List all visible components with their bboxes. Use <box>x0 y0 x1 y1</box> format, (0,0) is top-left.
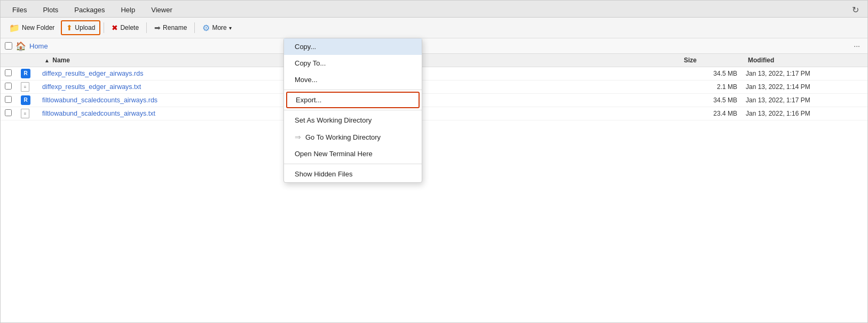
toolbar: 📁 New Folder ⬆ Upload ✖ Delete ➡ Rename … <box>1 18 867 38</box>
txt-file-icon: ≡ <box>21 82 29 92</box>
dropdown-open-terminal-label: Open New Terminal Here <box>295 150 373 158</box>
toolbar-separator-1 <box>104 22 104 33</box>
row-1-checkbox[interactable] <box>5 83 12 90</box>
dropdown-item-open-terminal[interactable]: Open New Terminal Here <box>284 146 422 162</box>
dropdown-show-hidden-label: Show Hidden Files <box>295 170 352 178</box>
dropdown-item-export[interactable]: Export... <box>286 92 420 108</box>
dropdown-item-copy-to[interactable]: Copy To... <box>284 55 422 71</box>
gear-icon: ⚙ <box>202 23 210 33</box>
r-file-icon: R <box>21 69 30 78</box>
delete-label: Delete <box>120 24 139 31</box>
breadcrumb-home[interactable]: Home <box>29 42 48 50</box>
row-modified-0: Jan 13, 2022, 1:17 PM <box>746 70 863 77</box>
dropdown-set-working-dir-label: Set As Working Directory <box>295 116 372 124</box>
nav-tabs: Files Plots Packages Help Viewer ↻ <box>1 1 867 18</box>
row-icon-2: R <box>21 95 42 105</box>
row-checkbox-0[interactable] <box>5 69 21 78</box>
new-folder-icon: 📁 <box>9 23 20 33</box>
dropdown-item-copy[interactable]: Copy... <box>284 38 422 55</box>
upload-button[interactable]: ⬆ Upload <box>61 20 100 35</box>
tab-help[interactable]: Help <box>113 3 143 17</box>
dropdown-copy-label: Copy... <box>295 43 316 51</box>
row-size-0: 34.5 MB <box>682 70 746 77</box>
dropdown-go-working-dir-label: Go To Working Directory <box>305 133 381 141</box>
files-panel: Files Plots Packages Help Viewer ↻ 📁 New… <box>0 0 868 323</box>
new-folder-label: New Folder <box>22 24 54 31</box>
dropdown-item-go-working-dir[interactable]: ⇒ Go To Working Directory <box>284 128 422 146</box>
more-label: More <box>212 24 226 31</box>
tab-packages[interactable]: Packages <box>67 3 112 17</box>
home-icon: 🏠 <box>15 41 26 51</box>
row-size-3: 23.4 MB <box>682 110 746 117</box>
delete-icon: ✖ <box>112 23 118 32</box>
table-row[interactable]: R diffexp_results_edger_airways.rds 34.5… <box>1 67 867 80</box>
r-file-icon-2: R <box>21 95 30 105</box>
dropdown-separator-3 <box>284 164 422 164</box>
dropdown-separator-2 <box>284 110 422 110</box>
row-checkbox-1[interactable] <box>5 83 21 91</box>
row-checkbox-2[interactable] <box>5 96 21 104</box>
toolbar-separator-2 <box>146 22 147 33</box>
row-size-1: 2.1 MB <box>682 83 746 91</box>
rename-button[interactable]: ➡ Rename <box>150 21 191 34</box>
rename-label: Rename <box>163 24 187 31</box>
row-0-checkbox[interactable] <box>5 69 12 76</box>
table-row[interactable]: ≡ diffexp_results_edger_airways.txt 2.1 … <box>1 80 867 94</box>
row-3-checkbox[interactable] <box>5 109 12 116</box>
table-row[interactable]: ≡ filtlowabund_scaledcounts_airways.txt … <box>1 107 867 120</box>
sort-arrow-icon: ▲ <box>44 58 50 63</box>
breadcrumb-row: 🏠 Home ··· <box>1 38 867 54</box>
dropdown-export-label: Export... <box>296 96 321 104</box>
refresh-button[interactable]: ↻ <box>848 3 863 17</box>
delete-button[interactable]: ✖ Delete <box>107 21 143 34</box>
col-name-label: Name <box>52 56 70 64</box>
row-modified-1: Jan 13, 2022, 1:14 PM <box>746 83 863 91</box>
row-2-checkbox[interactable] <box>5 96 12 103</box>
row-size-2: 34.5 MB <box>682 96 746 104</box>
tab-files[interactable]: Files <box>5 3 34 17</box>
more-button[interactable]: ⚙ More ▾ <box>198 21 235 35</box>
dropdown-item-show-hidden[interactable]: Show Hidden Files <box>284 166 422 182</box>
dropdown-item-set-working-dir[interactable]: Set As Working Directory <box>284 112 422 128</box>
tab-viewer[interactable]: Viewer <box>144 3 180 17</box>
txt-file-icon-3: ≡ <box>21 109 29 118</box>
tab-plots[interactable]: Plots <box>35 3 66 17</box>
row-icon-1: ≡ <box>21 82 42 92</box>
row-modified-2: Jan 13, 2022, 1:17 PM <box>746 96 863 104</box>
col-header-checkbox <box>5 55 21 65</box>
select-all-checkbox[interactable] <box>5 42 12 50</box>
col-header-modified: Modified <box>746 55 863 65</box>
breadcrumb-more-button[interactable]: ··· <box>850 41 863 51</box>
file-table-header: ▲ Name Size Modified <box>1 54 867 67</box>
new-folder-button[interactable]: 📁 New Folder <box>5 21 59 35</box>
more-dropdown-menu: Copy... Copy To... Move... Export... Set… <box>283 38 422 183</box>
dropdown-separator-1 <box>284 90 422 90</box>
upload-icon: ⬆ <box>66 23 73 32</box>
row-icon-0: R <box>21 69 42 78</box>
row-checkbox-3[interactable] <box>5 109 21 118</box>
row-modified-3: Jan 13, 2022, 1:16 PM <box>746 110 863 117</box>
col-header-icon <box>21 55 42 65</box>
col-header-size: Size <box>682 55 746 65</box>
chevron-down-icon: ▾ <box>229 25 232 31</box>
toolbar-separator-3 <box>194 22 195 33</box>
dropdown-copy-to-label: Copy To... <box>295 59 326 67</box>
row-icon-3: ≡ <box>21 109 42 118</box>
go-working-dir-arrow-icon: ⇒ <box>295 133 301 141</box>
file-list: R diffexp_results_edger_airways.rds 34.5… <box>1 67 867 322</box>
table-row[interactable]: R filtlowabund_scaledcounts_airways.rds … <box>1 94 867 107</box>
rename-icon: ➡ <box>154 23 161 32</box>
upload-label: Upload <box>75 24 95 31</box>
dropdown-item-move[interactable]: Move... <box>284 71 422 88</box>
dropdown-move-label: Move... <box>295 76 318 84</box>
